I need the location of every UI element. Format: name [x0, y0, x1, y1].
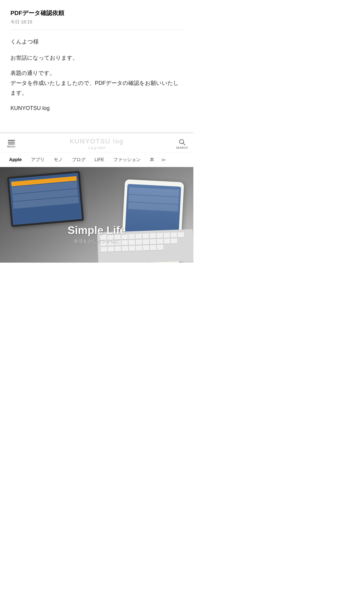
- nav-item-life[interactable]: LIFE: [90, 153, 109, 166]
- nav-item-hon[interactable]: 本: [145, 152, 159, 167]
- hero-device-laptop: [7, 171, 84, 227]
- nav-item-blog[interactable]: ブログ: [67, 152, 90, 167]
- email-body-line2: データを作成いたしましたので、PDFデータの確認をお願いいたします。: [10, 80, 179, 96]
- nav-item-appri[interactable]: アプリ: [26, 152, 49, 167]
- blog-site-title[interactable]: KUNYOTSU log: [18, 138, 175, 145]
- svg-line-1: [183, 143, 185, 145]
- blog-hero: Simple Life 生活を少しオシャレに: [0, 167, 193, 263]
- email-signature: KUNYOTSU log: [10, 103, 183, 113]
- search-button[interactable]: SEARCH: [175, 139, 189, 149]
- email-greeting: お世話になっております。: [10, 53, 183, 63]
- nav-item-fashion[interactable]: ファッション: [109, 152, 145, 167]
- hero-subtitle: 生活を少しオシャレに: [68, 238, 126, 244]
- hamburger-icon: [8, 140, 15, 144]
- hero-text-overlay: Simple Life 生活を少しオシャレに: [68, 224, 126, 244]
- email-body-content: 表題の通りです。 データを作成いたしましたので、PDFデータの確認をお願いいたし…: [10, 68, 183, 98]
- blog-panel: MENU KUNYOTSU log くんよつログ SEARCH Apple アプ…: [0, 132, 193, 263]
- email-subject: PDFデータ確認依頼: [10, 9, 183, 17]
- search-label: SEARCH: [176, 146, 188, 149]
- email-salutation: くんよつ様: [10, 37, 183, 46]
- email-date: 今日 18:15: [10, 19, 183, 25]
- email-body-line1: 表題の通りです。: [10, 70, 55, 76]
- email-body: くんよつ様 お世話になっております。 表題の通りです。 データを作成いたしました…: [10, 37, 183, 113]
- hero-background: Simple Life 生活を少しオシャレに: [0, 167, 193, 263]
- menu-label: MENU: [7, 145, 15, 148]
- search-icon: [179, 139, 185, 145]
- blog-nav-categories: Apple アプリ モノ ブログ LIFE ファッション 本 ≫: [0, 152, 193, 167]
- blog-title-area: KUNYOTSU log くんよつログ: [18, 138, 175, 150]
- hero-laptop-screen: [9, 173, 82, 225]
- menu-button[interactable]: MENU: [5, 140, 18, 148]
- hero-main-title: Simple Life: [68, 224, 126, 236]
- blog-site-subtitle: くんよつログ: [18, 146, 175, 150]
- nav-item-mono[interactable]: モノ: [49, 152, 67, 167]
- nav-more-button[interactable]: ≫: [159, 153, 168, 167]
- nav-item-apple[interactable]: Apple: [5, 153, 26, 166]
- email-panel: PDFデータ確認依頼 今日 18:15 くんよつ様 お世話になっております。 表…: [0, 0, 193, 132]
- blog-navbar: MENU KUNYOTSU log くんよつログ SEARCH: [0, 134, 193, 152]
- email-header: PDFデータ確認依頼 今日 18:15: [10, 9, 183, 30]
